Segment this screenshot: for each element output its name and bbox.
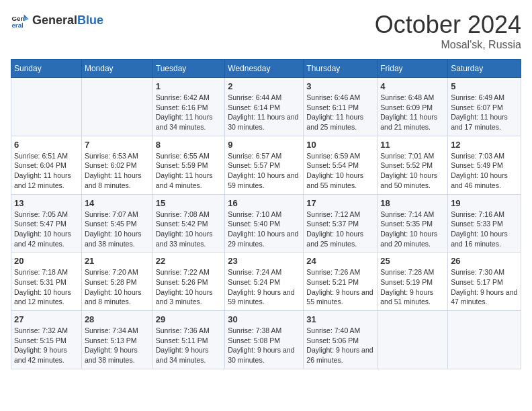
- weekday-header-monday: Monday: [81, 60, 152, 78]
- calendar-week-2: 6Sunrise: 6:51 AM Sunset: 6:04 PM Daylig…: [11, 136, 521, 194]
- day-info: Sunrise: 6:51 AM Sunset: 6:04 PM Dayligh…: [14, 151, 79, 191]
- logo-general: General: [32, 13, 77, 28]
- day-number: 6: [14, 140, 79, 150]
- calendar-cell: 13Sunrise: 7:05 AM Sunset: 5:47 PM Dayli…: [11, 194, 82, 253]
- calendar-week-1: 1Sunrise: 6:42 AM Sunset: 6:16 PM Daylig…: [11, 78, 521, 136]
- day-info: Sunrise: 7:34 AM Sunset: 5:13 PM Dayligh…: [85, 326, 150, 365]
- day-number: 29: [156, 314, 222, 324]
- weekday-header-saturday: Saturday: [448, 60, 521, 78]
- weekday-header-wednesday: Wednesday: [225, 60, 304, 78]
- day-number: 30: [228, 314, 300, 324]
- day-info: Sunrise: 7:40 AM Sunset: 5:06 PM Dayligh…: [306, 326, 374, 365]
- calendar-cell: 3Sunrise: 6:46 AM Sunset: 6:11 PM Daylig…: [304, 78, 378, 136]
- day-number: 25: [380, 256, 445, 266]
- calendar-cell: 9Sunrise: 6:57 AM Sunset: 5:57 PM Daylig…: [225, 136, 304, 194]
- title-block: October 2024 Mosal'sk, Russia: [375, 11, 521, 51]
- calendar-cell: 5Sunrise: 6:49 AM Sunset: 6:07 PM Daylig…: [448, 78, 521, 136]
- day-info: Sunrise: 7:38 AM Sunset: 5:08 PM Dayligh…: [228, 326, 300, 365]
- day-info: Sunrise: 7:10 AM Sunset: 5:40 PM Dayligh…: [228, 210, 300, 249]
- calendar-cell: 25Sunrise: 7:28 AM Sunset: 5:19 PM Dayli…: [378, 253, 448, 311]
- day-info: Sunrise: 7:30 AM Sunset: 5:17 PM Dayligh…: [451, 267, 518, 307]
- day-number: 10: [306, 140, 374, 150]
- day-info: Sunrise: 7:28 AM Sunset: 5:19 PM Dayligh…: [380, 267, 445, 307]
- calendar-cell: 31Sunrise: 7:40 AM Sunset: 5:06 PM Dayli…: [304, 311, 378, 369]
- calendar-cell: 14Sunrise: 7:07 AM Sunset: 5:45 PM Dayli…: [81, 194, 152, 253]
- day-info: Sunrise: 6:57 AM Sunset: 5:57 PM Dayligh…: [228, 151, 300, 191]
- logo: Gen eral GeneralBlue: [11, 11, 103, 30]
- day-info: Sunrise: 7:01 AM Sunset: 5:52 PM Dayligh…: [380, 151, 445, 191]
- day-number: 3: [306, 81, 374, 91]
- day-info: Sunrise: 6:55 AM Sunset: 5:59 PM Dayligh…: [156, 151, 222, 191]
- calendar-cell: 17Sunrise: 7:12 AM Sunset: 5:37 PM Dayli…: [304, 194, 378, 253]
- weekday-header-tuesday: Tuesday: [152, 60, 224, 78]
- day-number: 31: [306, 314, 374, 324]
- calendar-cell: 18Sunrise: 7:14 AM Sunset: 5:35 PM Dayli…: [378, 194, 448, 253]
- day-info: Sunrise: 6:42 AM Sunset: 6:16 PM Dayligh…: [156, 93, 222, 132]
- calendar-cell: 24Sunrise: 7:26 AM Sunset: 5:21 PM Dayli…: [304, 253, 378, 311]
- day-number: 19: [451, 198, 518, 208]
- day-number: 27: [14, 314, 79, 324]
- calendar-week-3: 13Sunrise: 7:05 AM Sunset: 5:47 PM Dayli…: [11, 194, 521, 253]
- day-number: 12: [451, 140, 518, 150]
- day-info: Sunrise: 6:53 AM Sunset: 6:02 PM Dayligh…: [85, 151, 150, 191]
- day-number: 9: [228, 140, 300, 150]
- day-info: Sunrise: 6:59 AM Sunset: 5:54 PM Dayligh…: [306, 151, 374, 191]
- calendar-cell: 30Sunrise: 7:38 AM Sunset: 5:08 PM Dayli…: [225, 311, 304, 369]
- calendar-week-5: 27Sunrise: 7:32 AM Sunset: 5:15 PM Dayli…: [11, 311, 521, 369]
- logo-icon: Gen eral: [11, 11, 30, 30]
- location-title: Mosal'sk, Russia: [375, 39, 521, 51]
- calendar-cell: 10Sunrise: 6:59 AM Sunset: 5:54 PM Dayli…: [304, 136, 378, 194]
- day-info: Sunrise: 7:32 AM Sunset: 5:15 PM Dayligh…: [14, 326, 79, 365]
- calendar-cell: 7Sunrise: 6:53 AM Sunset: 6:02 PM Daylig…: [81, 136, 152, 194]
- day-number: 26: [451, 256, 518, 266]
- day-info: Sunrise: 7:07 AM Sunset: 5:45 PM Dayligh…: [85, 210, 150, 249]
- day-info: Sunrise: 7:18 AM Sunset: 5:31 PM Dayligh…: [14, 267, 79, 307]
- day-info: Sunrise: 7:20 AM Sunset: 5:28 PM Dayligh…: [85, 267, 150, 307]
- day-number: 28: [85, 314, 150, 324]
- calendar-cell: 23Sunrise: 7:24 AM Sunset: 5:24 PM Dayli…: [225, 253, 304, 311]
- svg-text:eral: eral: [11, 21, 24, 29]
- calendar-cell: 16Sunrise: 7:10 AM Sunset: 5:40 PM Dayli…: [225, 194, 304, 253]
- day-info: Sunrise: 7:08 AM Sunset: 5:42 PM Dayligh…: [156, 210, 222, 249]
- day-number: 8: [156, 140, 222, 150]
- day-info: Sunrise: 6:48 AM Sunset: 6:09 PM Dayligh…: [380, 93, 445, 132]
- day-info: Sunrise: 7:22 AM Sunset: 5:26 PM Dayligh…: [156, 267, 222, 307]
- calendar-cell: 15Sunrise: 7:08 AM Sunset: 5:42 PM Dayli…: [152, 194, 224, 253]
- day-number: 4: [380, 81, 445, 91]
- day-number: 7: [85, 140, 150, 150]
- day-info: Sunrise: 6:44 AM Sunset: 6:14 PM Dayligh…: [228, 93, 300, 132]
- weekday-header-sunday: Sunday: [11, 60, 82, 78]
- calendar-cell: 2Sunrise: 6:44 AM Sunset: 6:14 PM Daylig…: [225, 78, 304, 136]
- calendar-cell: 11Sunrise: 7:01 AM Sunset: 5:52 PM Dayli…: [378, 136, 448, 194]
- calendar-cell: 29Sunrise: 7:36 AM Sunset: 5:11 PM Dayli…: [152, 311, 224, 369]
- day-info: Sunrise: 7:12 AM Sunset: 5:37 PM Dayligh…: [306, 210, 374, 249]
- calendar-cell: 8Sunrise: 6:55 AM Sunset: 5:59 PM Daylig…: [152, 136, 224, 194]
- day-number: 15: [156, 198, 222, 208]
- calendar-cell: [81, 78, 152, 136]
- day-info: Sunrise: 7:03 AM Sunset: 5:49 PM Dayligh…: [451, 151, 518, 191]
- day-number: 11: [380, 140, 445, 150]
- day-number: 18: [380, 198, 445, 208]
- weekday-header-friday: Friday: [378, 60, 448, 78]
- calendar-cell: 27Sunrise: 7:32 AM Sunset: 5:15 PM Dayli…: [11, 311, 82, 369]
- day-info: Sunrise: 6:49 AM Sunset: 6:07 PM Dayligh…: [451, 93, 518, 132]
- calendar-table: SundayMondayTuesdayWednesdayThursdayFrid…: [11, 59, 521, 369]
- calendar-cell: 20Sunrise: 7:18 AM Sunset: 5:31 PM Dayli…: [11, 253, 82, 311]
- day-info: Sunrise: 7:14 AM Sunset: 5:35 PM Dayligh…: [380, 210, 445, 249]
- day-info: Sunrise: 7:05 AM Sunset: 5:47 PM Dayligh…: [14, 210, 79, 249]
- day-info: Sunrise: 6:46 AM Sunset: 6:11 PM Dayligh…: [306, 93, 374, 132]
- calendar-cell: [448, 311, 521, 369]
- day-number: 16: [228, 198, 300, 208]
- day-number: 1: [156, 81, 222, 91]
- weekday-header-thursday: Thursday: [304, 60, 378, 78]
- calendar-cell: 28Sunrise: 7:34 AM Sunset: 5:13 PM Dayli…: [81, 311, 152, 369]
- day-info: Sunrise: 7:36 AM Sunset: 5:11 PM Dayligh…: [156, 326, 222, 365]
- calendar-cell: 19Sunrise: 7:16 AM Sunset: 5:33 PM Dayli…: [448, 194, 521, 253]
- day-info: Sunrise: 7:16 AM Sunset: 5:33 PM Dayligh…: [451, 210, 518, 249]
- day-number: 21: [85, 256, 150, 266]
- day-info: Sunrise: 7:26 AM Sunset: 5:21 PM Dayligh…: [306, 267, 374, 307]
- day-info: Sunrise: 7:24 AM Sunset: 5:24 PM Dayligh…: [228, 267, 300, 307]
- calendar-cell: 26Sunrise: 7:30 AM Sunset: 5:17 PM Dayli…: [448, 253, 521, 311]
- day-number: 24: [306, 256, 374, 266]
- calendar-cell: 12Sunrise: 7:03 AM Sunset: 5:49 PM Dayli…: [448, 136, 521, 194]
